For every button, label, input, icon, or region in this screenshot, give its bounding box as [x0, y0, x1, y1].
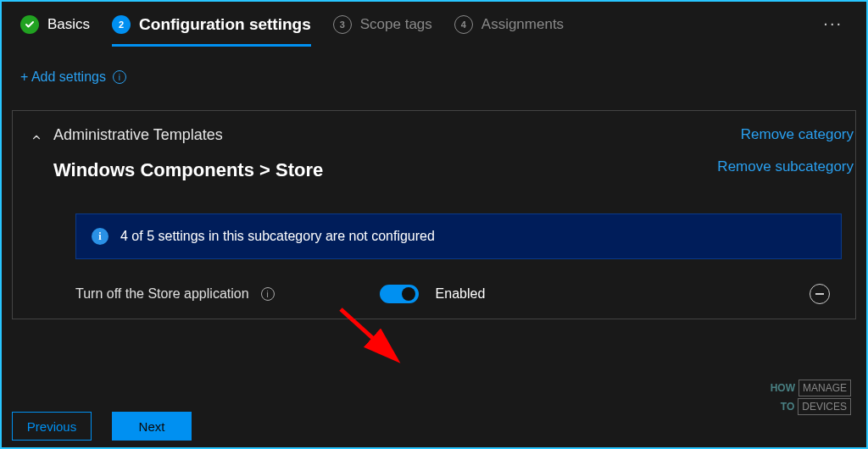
- toggle-switch[interactable]: [380, 285, 419, 303]
- wizard-tabs: Basics 2 Configuration settings 3 Scope …: [2, 2, 866, 51]
- step-badge: 2: [112, 15, 131, 34]
- tab-basics[interactable]: Basics: [20, 15, 90, 47]
- panel-header: Administrative Templates Windows Compone…: [28, 126, 855, 181]
- tab-label: Configuration settings: [139, 15, 311, 34]
- page-frame: Basics 2 Configuration settings 3 Scope …: [0, 0, 868, 449]
- info-banner: i 4 of 5 settings in this subcategory ar…: [75, 213, 842, 259]
- info-icon: i: [92, 228, 108, 245]
- overflow-menu-icon[interactable]: ···: [818, 14, 848, 33]
- next-button[interactable]: Next: [112, 412, 192, 441]
- category-panel: Administrative Templates Windows Compone…: [12, 110, 856, 319]
- check-icon: [20, 15, 39, 34]
- remove-subcategory-link[interactable]: Remove subcategory: [717, 158, 854, 175]
- tab-scope-tags[interactable]: 3 Scope tags: [333, 15, 432, 47]
- step-badge: 3: [333, 15, 352, 34]
- step-badge: 4: [454, 15, 473, 34]
- content-area: + Add settings i Administrative Template…: [2, 51, 866, 447]
- add-settings-link[interactable]: + Add settings i: [12, 69, 856, 85]
- chevron-up-icon[interactable]: [28, 129, 45, 146]
- tab-configuration-settings[interactable]: 2 Configuration settings: [112, 15, 311, 47]
- footer-buttons: Previous Next: [12, 412, 192, 441]
- subcategory-title: Windows Components > Store: [53, 159, 717, 181]
- info-banner-text: 4 of 5 settings in this subcategory are …: [120, 229, 435, 244]
- tab-label: Scope tags: [360, 16, 432, 33]
- info-icon[interactable]: i: [261, 287, 275, 301]
- toggle-state-label: Enabled: [436, 286, 486, 302]
- setting-name: Turn off the Store application: [75, 286, 249, 302]
- remove-setting-icon[interactable]: [810, 284, 830, 304]
- watermark: HOWMANAGE TODEVICES: [771, 380, 851, 415]
- setting-row: Turn off the Store application i Enabled: [75, 285, 842, 303]
- tab-assignments[interactable]: 4 Assignments: [454, 15, 564, 47]
- tab-label: Assignments: [481, 16, 564, 33]
- info-icon[interactable]: i: [113, 70, 126, 84]
- toggle-knob: [402, 287, 415, 301]
- remove-category-link[interactable]: Remove category: [741, 126, 854, 143]
- category-title: Administrative Templates: [53, 126, 717, 144]
- previous-button[interactable]: Previous: [12, 412, 92, 441]
- add-settings-label: + Add settings: [20, 69, 106, 85]
- tab-label: Basics: [47, 16, 90, 33]
